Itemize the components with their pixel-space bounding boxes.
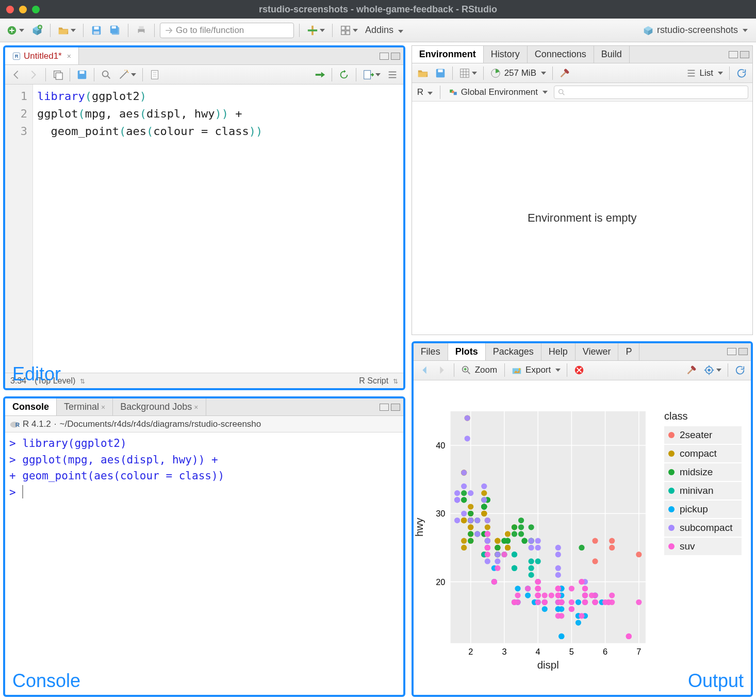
env-scope-lang[interactable]: R <box>417 87 433 97</box>
print-button[interactable] <box>134 23 149 38</box>
legend-title: class <box>664 410 742 422</box>
save-all-button[interactable] <box>107 23 123 38</box>
svg-point-169 <box>495 544 500 550</box>
memory-indicator[interactable]: 257 MiB <box>488 65 548 81</box>
publish-plot-button[interactable] <box>701 362 724 378</box>
clear-plots-button[interactable] <box>684 362 699 378</box>
back-button[interactable] <box>8 67 24 82</box>
svg-point-170 <box>521 538 527 543</box>
maximize-pane-icon[interactable] <box>740 51 749 58</box>
legend-item-2seater: 2seater <box>664 426 742 444</box>
notebook-icon <box>149 69 160 80</box>
save-workspace-button[interactable] <box>433 65 448 81</box>
output-tab-plots[interactable]: Plots <box>448 343 486 360</box>
console-tab-background-jobs[interactable]: Background Jobs × <box>113 398 206 415</box>
env-tab-build[interactable]: Build <box>594 46 630 63</box>
svg-point-293 <box>548 592 554 598</box>
broom-icon <box>559 68 570 79</box>
output-tab-packages[interactable]: Packages <box>486 343 541 360</box>
minimize-window-icon[interactable] <box>19 6 27 13</box>
load-workspace-button[interactable] <box>415 65 431 81</box>
view-mode-button[interactable]: List <box>683 65 725 81</box>
minimize-pane-icon[interactable] <box>727 348 736 355</box>
svg-rect-35 <box>364 70 370 79</box>
env-tab-environment[interactable]: Environment <box>412 46 484 63</box>
editor-pane: R Untitled1* × <box>3 45 405 390</box>
svg-text:displ: displ <box>537 658 558 670</box>
console-tab-terminal[interactable]: Terminal × <box>57 398 113 415</box>
svg-point-159 <box>501 538 507 543</box>
console-tab-console[interactable]: Console <box>5 398 57 415</box>
svg-rect-17 <box>346 26 350 29</box>
search-icon <box>101 69 112 80</box>
remove-plot-button[interactable] <box>571 362 587 378</box>
close-tab-icon[interactable]: × <box>67 52 71 60</box>
rerun-button[interactable] <box>336 67 352 82</box>
minimize-pane-icon[interactable] <box>380 404 389 411</box>
editor-area[interactable]: 123 library(ggplot2) ggplot(mpg, aes(dis… <box>5 85 403 373</box>
tools-button[interactable] <box>305 23 327 38</box>
project-cube-icon <box>31 25 43 36</box>
svg-text:R: R <box>15 54 19 59</box>
env-tab-history[interactable]: History <box>484 46 528 63</box>
editor-tab-untitled1[interactable]: R Untitled1* × <box>5 47 79 64</box>
save-file-button[interactable] <box>74 67 90 82</box>
compile-report-button[interactable] <box>147 67 162 82</box>
plot-prev-button[interactable] <box>417 362 432 378</box>
output-tab-files[interactable]: Files <box>414 343 448 360</box>
env-search-input[interactable] <box>554 86 748 99</box>
editor-toolbar <box>5 65 403 85</box>
addins-dropdown[interactable]: Addins <box>365 25 403 36</box>
zoom-plot-button[interactable]: Zoom <box>458 362 500 378</box>
source-button[interactable] <box>360 67 383 82</box>
maximize-pane-icon[interactable] <box>391 404 400 411</box>
pane-layout-button[interactable] <box>338 23 360 38</box>
file-type-indicator[interactable]: R Script ⇅ <box>359 376 398 386</box>
project-icon <box>643 25 654 36</box>
outline-button[interactable] <box>385 67 400 82</box>
env-scope-selector[interactable]: Global Environment <box>447 85 550 100</box>
save-button[interactable] <box>89 23 104 38</box>
close-window-icon[interactable] <box>6 6 14 13</box>
output-tab-p[interactable]: P <box>618 343 639 360</box>
maximize-window-icon[interactable] <box>32 6 40 13</box>
refresh-icon <box>736 68 747 79</box>
code-text[interactable]: library(ggplot2) ggplot(mpg, aes(displ, … <box>33 85 403 373</box>
output-pane: FilesPlotsPackagesHelpViewerP Zoom <box>412 341 753 697</box>
run-button[interactable] <box>312 67 327 82</box>
console-area[interactable]: > library(ggplot2)> ggplot(mpg, aes(disp… <box>5 432 403 695</box>
project-selector[interactable]: rstudio-screenshots <box>638 25 752 36</box>
new-file-button[interactable] <box>4 23 26 38</box>
output-tab-help[interactable]: Help <box>541 343 576 360</box>
svg-text:hwy: hwy <box>414 517 425 536</box>
plot-legend: class 2seatercompactmidsizeminivanpickup… <box>664 410 742 556</box>
editor-statusbar: 3:34 (Top Level) ⇅ R Script ⇅ <box>5 373 403 388</box>
plot-next-button[interactable] <box>434 362 450 378</box>
new-project-button[interactable] <box>29 23 45 38</box>
code-tools-button[interactable] <box>116 67 138 82</box>
svg-point-250 <box>468 517 473 523</box>
maximize-pane-icon[interactable] <box>738 348 748 355</box>
export-plot-button[interactable]: Export <box>509 362 563 378</box>
open-file-button[interactable] <box>56 23 78 38</box>
goto-file-input[interactable]: Go to file/function <box>160 23 294 38</box>
svg-point-235 <box>481 497 487 503</box>
refresh-plots-button[interactable] <box>732 362 748 378</box>
svg-text:20: 20 <box>436 577 445 586</box>
env-tab-connections[interactable]: Connections <box>528 46 594 63</box>
svg-text:3: 3 <box>502 647 506 656</box>
forward-button[interactable] <box>26 67 41 82</box>
refresh-env-button[interactable] <box>734 65 749 81</box>
find-button[interactable] <box>98 67 114 82</box>
show-in-new-window-button[interactable] <box>50 67 65 82</box>
svg-text:2: 2 <box>468 647 473 656</box>
clear-workspace-button[interactable] <box>557 65 572 81</box>
window-title: rstudio-screenshots - whole-game-feedbac… <box>259 4 497 15</box>
minimize-pane-icon[interactable] <box>380 53 389 60</box>
svg-point-223 <box>555 572 561 577</box>
maximize-pane-icon[interactable] <box>391 53 400 60</box>
minimize-pane-icon[interactable] <box>729 51 738 58</box>
grid-icon <box>340 25 351 36</box>
import-dataset-button[interactable] <box>457 65 479 81</box>
output-tab-viewer[interactable]: Viewer <box>576 343 619 360</box>
